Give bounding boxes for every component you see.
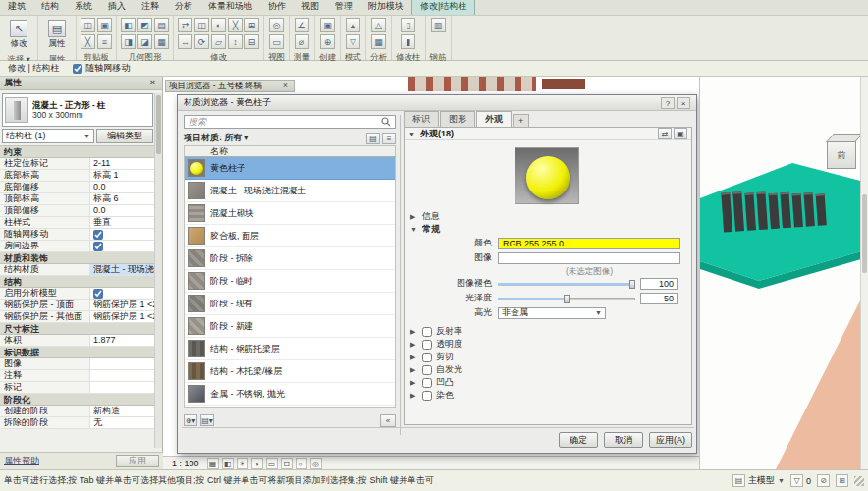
swap-asset-icon[interactable]: ⇄ — [658, 128, 672, 139]
property-group-phasing[interactable]: 阶段化 — [0, 394, 155, 406]
material-row[interactable]: 混凝土砌块 — [185, 202, 395, 225]
exclude-options-icon[interactable]: ⊘ — [817, 474, 830, 487]
property-value[interactable]: 标高 6 — [90, 193, 155, 204]
property-value[interactable]: 1.877 — [90, 335, 155, 346]
edit-family-icon[interactable]: ▲ — [346, 18, 360, 32]
join-icon[interactable]: ◩ — [137, 18, 152, 32]
material-row[interactable]: 胶合板, 面层 — [185, 225, 395, 247]
edit-type-button[interactable]: 编辑类型 — [96, 129, 153, 143]
property-group-structural[interactable]: 结构 — [0, 276, 155, 288]
list-view-options-icon[interactable]: ≡ — [382, 133, 396, 144]
temporary-hide-icon[interactable]: ○ — [296, 458, 307, 469]
crop-view-icon[interactable]: ▭ — [266, 458, 278, 469]
tab-collaborate[interactable]: 协作 — [260, 0, 294, 15]
attach-column-icon[interactable]: ▯ — [401, 18, 415, 32]
type-selector[interactable]: 混凝土 - 正方形 - 柱 300 x 300mm — [2, 93, 153, 127]
tab-identity[interactable]: 标识 — [404, 111, 439, 127]
image-field[interactable] — [498, 252, 680, 264]
section-tint[interactable]: ▶ 染色 — [405, 389, 691, 402]
section-information[interactable]: ▶ 信息 — [405, 210, 691, 223]
material-row[interactable]: 混凝土 - 现场浇注混凝土 — [185, 180, 395, 202]
pick-new-host-icon[interactable]: ▽ — [346, 34, 360, 49]
detail-level-icon[interactable]: ▦ — [207, 458, 219, 469]
sun-path-icon[interactable]: ☀ — [237, 458, 248, 469]
material-row-selected[interactable]: 黄色柱子 — [185, 157, 395, 180]
project-browser-header[interactable]: 项目浏览器 - 五号楼.终稿 × — [165, 80, 295, 92]
visibility-icon[interactable]: ◎ — [269, 18, 284, 32]
help-icon[interactable]: ? — [661, 97, 675, 109]
tab-architecture[interactable]: 建筑 — [0, 0, 33, 15]
property-group-identity[interactable]: 标识数据 — [0, 347, 155, 358]
open-library-button[interactable]: ▤▾ — [200, 414, 214, 426]
offset-icon[interactable]: ↕ — [228, 34, 243, 49]
highlight-analytical-icon[interactable]: ▦ — [371, 34, 386, 49]
create-similar-icon[interactable]: ⊕ — [320, 34, 335, 49]
wall-join-icon[interactable]: ▤ — [154, 18, 169, 32]
material-search-input[interactable]: 搜索 — [184, 115, 396, 129]
section-checkbox[interactable] — [422, 391, 432, 401]
viewcube[interactable]: 前 — [827, 141, 856, 169]
array-icon[interactable]: ⊞ — [244, 18, 259, 32]
color-swatch-field[interactable]: RGB 255 255 0 — [498, 238, 680, 249]
copy-icon[interactable]: ▣ — [97, 18, 112, 32]
section-cutouts[interactable]: ▶ 剪切 — [405, 351, 691, 363]
property-value[interactable]: 0.0 — [90, 205, 155, 216]
close-icon[interactable]: × — [677, 97, 690, 109]
chevron-down-icon[interactable]: ▼ — [408, 131, 416, 137]
close-icon[interactable]: × — [280, 81, 291, 91]
viewport-3d[interactable]: 前 — [699, 77, 868, 469]
cope-icon[interactable]: ◧ — [121, 18, 136, 32]
mirror-icon[interactable]: ◐ — [211, 18, 226, 32]
section-checkbox[interactable] — [422, 378, 432, 388]
tab-addins[interactable]: 附加模块 — [360, 0, 411, 15]
property-value[interactable]: 垂直 — [90, 217, 155, 228]
property-value[interactable] — [90, 370, 155, 381]
show-crop-icon[interactable]: ⊡ — [281, 458, 293, 469]
material-row[interactable]: 阶段 - 拆除 — [185, 247, 395, 270]
detach-column-icon[interactable]: ▮ — [401, 34, 415, 49]
rotate-icon[interactable]: ⟳ — [194, 34, 209, 49]
show-library-panel-icon[interactable]: ▤ — [366, 133, 380, 144]
section-bump[interactable]: ▶ 凹凸 — [405, 376, 691, 389]
measure-icon[interactable]: ∠ — [295, 18, 309, 32]
properties-scrollbar[interactable] — [154, 93, 162, 448]
create-group-icon[interactable]: ▣ — [320, 18, 335, 32]
section-general[interactable]: ▼ 常规 — [405, 223, 691, 236]
glossiness-value[interactable]: 50 — [640, 293, 678, 304]
move-with-grids-checkbox[interactable] — [73, 64, 82, 74]
section-self-illumination[interactable]: ▶ 自发光 — [405, 363, 691, 376]
tab-graphics[interactable]: 图形 — [440, 111, 475, 127]
trim-icon[interactable]: ▱ — [211, 34, 226, 49]
glossiness-slider[interactable] — [498, 295, 635, 302]
property-value[interactable] — [90, 358, 155, 369]
properties-help-link[interactable]: 属性帮助 — [4, 455, 39, 467]
match-properties-icon[interactable]: ≡ — [97, 34, 112, 49]
material-list-header[interactable]: 名称 — [184, 145, 396, 157]
tab-structure[interactable]: 结构 — [33, 0, 67, 15]
tab-view[interactable]: 视图 — [294, 0, 327, 15]
duplicate-asset-icon[interactable]: ▣ — [674, 128, 687, 139]
modify-tool-button[interactable]: ↖ 修改 — [4, 18, 33, 51]
property-value[interactable]: 标高 1 — [90, 170, 155, 181]
dialog-title-bar[interactable]: 材质浏览器 - 黄色柱子 ? × — [178, 95, 696, 111]
tab-appearance[interactable]: 外观 — [476, 111, 512, 127]
workset-control[interactable]: ▤ 主模型 ▼ — [732, 474, 785, 487]
tab-analyze[interactable]: 分析 — [167, 0, 200, 15]
create-material-button[interactable]: ⊕▾ — [184, 414, 197, 426]
analytical-model-icon[interactable]: △ — [371, 18, 386, 32]
material-row[interactable]: 阶段 - 新建 — [185, 315, 395, 338]
property-value[interactable]: 钢筋保护层 1 <25 m... — [90, 300, 155, 310]
tab-massing-site[interactable]: 体量和场地 — [200, 0, 260, 15]
tab-systems[interactable]: 系统 — [67, 0, 100, 15]
property-value[interactable]: 0.0 — [90, 182, 155, 192]
resize-grip[interactable] — [854, 476, 864, 486]
split-icon[interactable]: ╳ — [228, 18, 243, 32]
dimension-icon[interactable]: ⌀ — [295, 34, 309, 49]
project-materials-filter[interactable]: 项目材质: 所有 ▾ — [184, 132, 249, 144]
demolish-icon[interactable]: ▦ — [154, 34, 169, 49]
property-group-dimensions[interactable]: 尺寸标注 — [0, 323, 155, 335]
property-group-constraints[interactable]: 约束 — [0, 146, 155, 158]
element-filter-combo[interactable]: 结构柱 (1) ▼ — [2, 129, 94, 143]
properties-header[interactable]: 属性 × — [0, 77, 162, 90]
scale-button[interactable]: 1 : 100 — [167, 458, 204, 469]
